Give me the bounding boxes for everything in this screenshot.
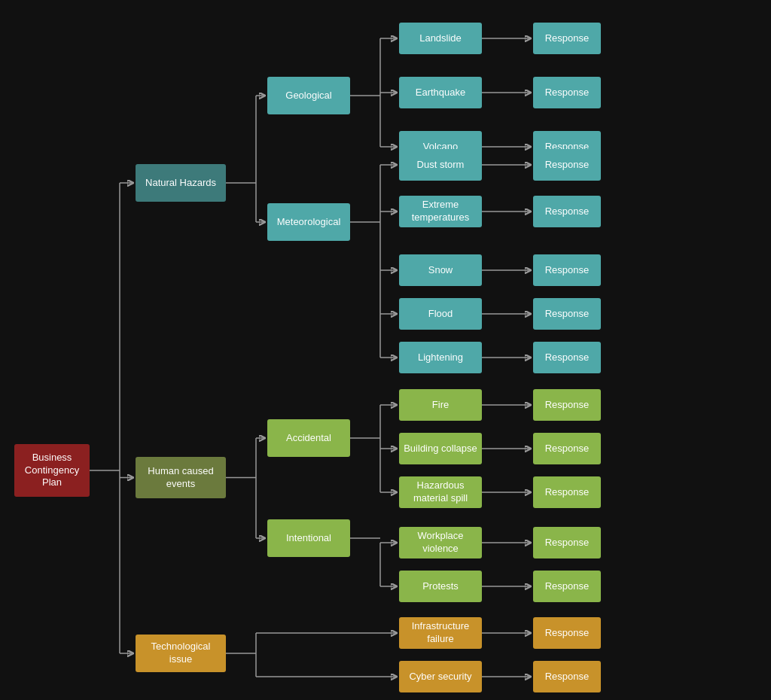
r-collapse-label: Response [545, 443, 590, 455]
response-cyber: Response [533, 661, 601, 692]
tech-label: Technological issue [140, 641, 221, 666]
landslide-node: Landslide [399, 23, 482, 54]
r-light-label: Response [545, 352, 590, 364]
r-hazard-label: Response [545, 486, 590, 499]
response-dust: Response [533, 149, 601, 181]
response-flood: Response [533, 298, 601, 330]
fire-node: Fire [399, 389, 482, 421]
response-fire: Response [533, 389, 601, 421]
exttemp-label: Extreme temperatures [404, 199, 477, 224]
human-label: Human caused events [140, 465, 221, 491]
r-cyber-label: Response [545, 671, 590, 683]
accidental-node: Accidental [267, 419, 350, 457]
protests-node: Protests [399, 571, 482, 602]
lightening-node: Lightening [399, 342, 482, 373]
hazard-label: Hazardous material spill [404, 479, 477, 505]
natural-hazards-node: Natural Hazards [136, 164, 226, 202]
hazardous-node: Hazardous material spill [399, 476, 482, 508]
infraFailure-node: Infrastructure failure [399, 617, 482, 649]
dustStorm-node: Dust storm [399, 149, 482, 181]
response-collapse: Response [533, 433, 601, 464]
response-landslide: Response [533, 23, 601, 54]
meteo-label: Meteorological [277, 216, 341, 229]
int-label: Intentional [286, 532, 331, 545]
snow-node: Snow [399, 254, 482, 286]
r-wv-label: Response [545, 537, 590, 549]
acc-label: Accidental [286, 432, 331, 445]
root-node: Business Contingency Plan [14, 444, 90, 497]
fire-label: Fire [432, 399, 449, 412]
tech-node: Technological issue [136, 635, 226, 672]
r-earthquake-label: Response [545, 87, 590, 99]
response-snow: Response [533, 254, 601, 286]
r-exttemp-label: Response [545, 205, 590, 218]
response-protests: Response [533, 571, 601, 602]
response-earthquake: Response [533, 77, 601, 108]
earthquake-label: Earthquake [416, 87, 466, 99]
response-infra: Response [533, 617, 601, 649]
wv-label: Workplace violence [404, 530, 477, 555]
response-hazard: Response [533, 476, 601, 508]
infra-label: Infrastructure failure [404, 620, 477, 646]
cyberSecurity-node: Cyber security [399, 661, 482, 692]
buildingCollapse-node: Building collapse [399, 433, 482, 464]
r-infra-label: Response [545, 627, 590, 640]
r-fire-label: Response [545, 399, 590, 412]
r-landslide-label: Response [545, 32, 590, 45]
natural-label: Natural Hazards [145, 177, 216, 190]
extremeTemp-node: Extreme temperatures [399, 196, 482, 227]
dust-label: Dust storm [417, 159, 465, 172]
geological-node: Geological [267, 77, 350, 114]
collapse-label: Building collapse [404, 443, 477, 455]
response-wv: Response [533, 527, 601, 558]
intentional-node: Intentional [267, 519, 350, 557]
snow-label: Snow [428, 264, 453, 277]
human-events-node: Human caused events [136, 457, 226, 498]
response-light: Response [533, 342, 601, 373]
r-dust-label: Response [545, 159, 590, 172]
flood-label: Flood [428, 308, 453, 321]
landslide-label: Landslide [419, 32, 462, 45]
root-label: Business Contingency Plan [19, 452, 85, 490]
r-protests-label: Response [545, 580, 590, 593]
meteorological-node: Meteorological [267, 203, 350, 241]
protests-label: Protests [422, 580, 459, 593]
workplaceViolence-node: Workplace violence [399, 527, 482, 558]
earthquake-node: Earthquake [399, 77, 482, 108]
cyber-label: Cyber security [409, 671, 471, 683]
light-label: Lightening [418, 352, 463, 364]
geo-label: Geological [285, 90, 331, 102]
r-flood-label: Response [545, 308, 590, 321]
r-snow-label: Response [545, 264, 590, 277]
response-exttemp: Response [533, 196, 601, 227]
flood-node: Flood [399, 298, 482, 330]
